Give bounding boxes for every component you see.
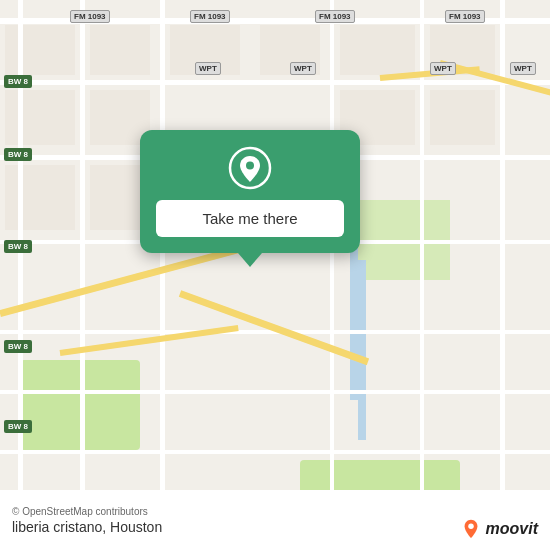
moovit-brand-text: moovit [486, 520, 538, 538]
svg-point-1 [246, 162, 254, 170]
svg-point-2 [468, 524, 474, 530]
road-vertical [330, 0, 334, 550]
wpt-label: WPT [195, 62, 221, 75]
road-vertical [80, 0, 85, 550]
city-block [430, 90, 495, 145]
fm1093-label: FM 1093 [70, 10, 110, 23]
bw8-label-5: BW 8 [4, 420, 32, 433]
ditch-line-2 [358, 260, 366, 440]
city-block [5, 25, 75, 75]
location-pin-icon [228, 146, 272, 190]
city-block [340, 25, 415, 75]
wpt-label-3: WPT [430, 62, 456, 75]
location-popup: Take me there [140, 130, 360, 253]
wpt-label-4: WPT [510, 62, 536, 75]
take-me-there-button[interactable]: Take me there [156, 200, 344, 237]
attribution-text: © OpenStreetMap contributors [12, 506, 538, 517]
bw8-label-2: BW 8 [4, 148, 32, 161]
city-block [5, 165, 75, 230]
bw8-label-3: BW 8 [4, 240, 32, 253]
city-block [5, 90, 75, 145]
road-vertical [420, 0, 424, 550]
road-vertical [160, 0, 165, 550]
city-block [90, 25, 150, 75]
moovit-pin-icon [460, 518, 482, 540]
moovit-logo: moovit [460, 518, 538, 540]
bw8-label-4: BW 8 [4, 340, 32, 353]
fm1093-label-3: FM 1093 [315, 10, 355, 23]
bw8-label: BW 8 [4, 75, 32, 88]
fm1093-label-2: FM 1093 [190, 10, 230, 23]
wpt-label-2: WPT [290, 62, 316, 75]
map-container: FM 1093 FM 1093 FM 1093 FM 1093 BW 8 BW … [0, 0, 550, 550]
fm1093-label-4: FM 1093 [445, 10, 485, 23]
